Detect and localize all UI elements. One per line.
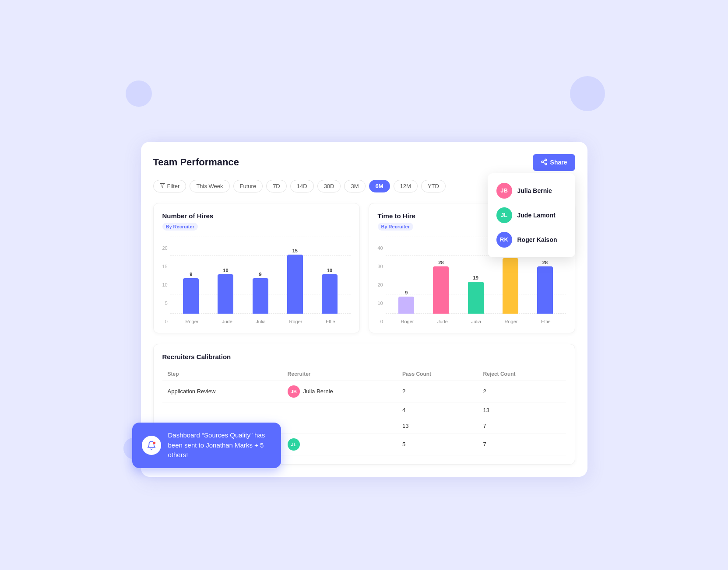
y-label-hires-20: 20 [162,245,168,251]
y-label-time-30: 30 [378,264,383,269]
bar-group-hires-5: 10 [312,268,347,314]
table-row: Application Review JB Julia Bernie 2 2 [162,381,566,402]
share-user-2[interactable]: JL Jude Lamont [488,203,575,227]
bar-group-time-2: 28 [424,260,458,314]
bar-value: 10 [223,268,228,273]
hires-bars: 9 10 9 [170,237,351,314]
step-cell: Application Review [162,381,282,402]
share-user-3[interactable]: RK Roger Kaison [488,227,575,252]
bar-value: 28 [438,260,443,265]
table-row: 4 13 [162,402,566,418]
hires-chart-title: Number of Hires [162,212,351,220]
page-title: Team Performance [153,157,239,168]
share-user-1[interactable]: JB Julia Bernie [488,178,575,203]
toast-notification: Dashboard “Sources Quality” has been sen… [132,423,281,468]
time-x-labels: Roger Jude Julia Roger Effie [386,317,566,324]
bar-time-5 [537,266,553,314]
y-label-hires-15: 15 [162,264,168,269]
hires-chart-subtitle: By Recruiter [162,223,198,231]
bar-group-time-5: 28 [528,260,562,314]
y-label-time-20: 20 [378,282,383,287]
recruiter-name: Julia Bernie [303,388,333,395]
y-label-hires-0: 0 [165,319,168,324]
bar-hires-4 [287,255,303,314]
toast-icon [142,436,161,455]
y-label-time-40: 40 [378,245,383,251]
bar-hires-2 [218,274,233,314]
bar-value: 15 [292,248,298,253]
filter-icon [160,183,165,189]
share-person-name-3: Roger Kaison [517,236,557,243]
calibration-title: Recruiters Calibration [162,353,566,360]
x-label-roger2: Roger [289,319,302,324]
bar-time-4 [503,258,518,314]
filter-12m[interactable]: 12M [394,180,418,192]
bar-group-time-4: 33 [493,252,528,314]
header-row: Team Performance Share [153,154,575,171]
y-label-time-10: 10 [378,301,383,306]
x-label-jude-t: Jude [437,319,448,324]
bar-group-time-3: 19 [458,275,493,314]
svg-marker-5 [160,183,165,187]
share-icon [541,158,548,167]
bar-group-hires-3: 9 [243,272,278,314]
bar-group-hires-4: 15 [278,248,312,314]
bar-group-time-1: 9 [389,290,424,314]
share-button-label: Share [550,159,567,166]
x-label-effie-t: Effie [541,319,551,324]
reject-cell: 2 [478,381,566,402]
avatar-julia: JB [496,183,512,199]
time-chart-subtitle: By Recruiter [378,223,413,231]
recruiter-cell [282,402,397,418]
deco-circle-tr [570,76,605,111]
toast-message: Dashboard “Sources Quality” has been sen… [168,430,271,460]
bar-value: 19 [473,275,478,280]
col-pass: Pass Count [397,367,478,381]
filter-7d[interactable]: 7D [266,180,287,192]
pass-cell: 13 [397,418,478,434]
bar-time-1 [398,297,414,314]
svg-line-3 [543,162,545,164]
x-label-jude: Jude [222,319,232,324]
avatar-roger: RK [496,232,512,248]
bar-value: 9 [190,272,192,277]
bar-hires-3 [253,278,268,314]
x-label-effie: Effie [326,319,335,324]
reject-cell: 7 [478,434,566,455]
bar-group-hires-1: 9 [174,272,208,314]
share-dropdown: JB Julia Bernie JL Jude Lamont RK Roger … [488,173,575,257]
share-person-name-2: Jude Lamont [517,212,556,219]
pass-cell: 5 [397,434,478,455]
share-person-name-1: Julia Bernie [517,187,552,194]
y-label-hires-10: 10 [162,282,168,287]
share-button[interactable]: Share [533,154,575,171]
pass-cell: 4 [397,402,478,418]
col-step: Step [162,367,282,381]
bar-value: 10 [327,268,332,273]
x-label-roger-t: Roger [401,319,414,324]
recruiter-cell [282,418,397,434]
filter-future[interactable]: Future [233,180,263,192]
bar-value: 28 [542,260,548,265]
filter-button[interactable]: Filter [153,180,186,192]
avatar-jude: JL [496,207,512,223]
avatar: JB [288,385,300,398]
bar-value: 9 [259,272,262,277]
step-cell [162,402,282,418]
bar-time-3 [468,282,484,314]
filter-ytd[interactable]: YTD [421,180,446,192]
filter-this-week[interactable]: This Week [190,180,229,192]
recruiter-cell: JL [282,434,397,455]
pass-cell: 2 [397,381,478,402]
filter-3m[interactable]: 3M [344,180,365,192]
filter-6m[interactable]: 6M [369,180,390,192]
bar-time-2 [433,266,449,314]
filter-30d[interactable]: 30D [317,180,341,192]
hires-x-labels: Roger Jude Julia Roger Effie [170,317,351,324]
filter-label: Filter [167,183,180,189]
reject-cell: 7 [478,418,566,434]
bar-value: 9 [405,290,408,295]
filter-14d[interactable]: 14D [290,180,314,192]
reject-cell: 13 [478,402,566,418]
avatar: JL [288,438,300,451]
